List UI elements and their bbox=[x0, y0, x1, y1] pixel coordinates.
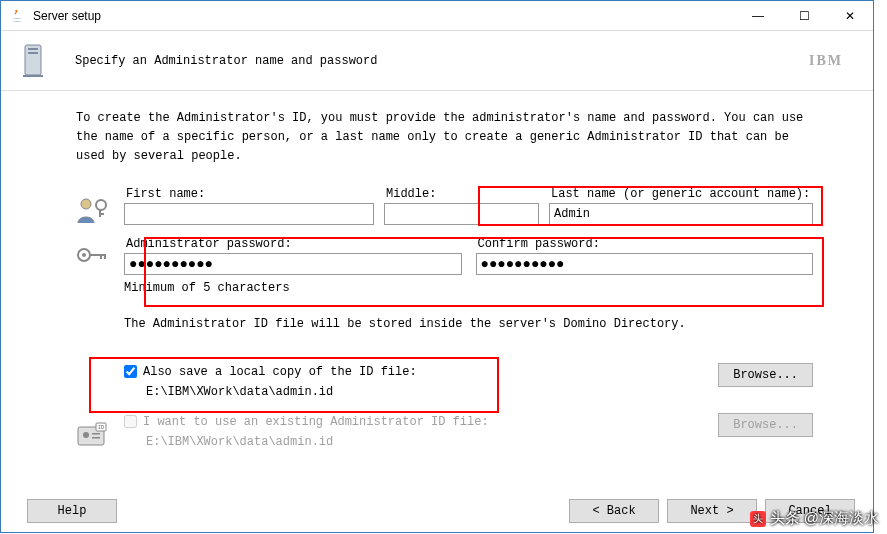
first-name-label: First name: bbox=[124, 187, 374, 201]
svg-rect-10 bbox=[90, 254, 106, 256]
save-local-label: Also save a local copy of the ID file: bbox=[143, 365, 417, 379]
svg-rect-11 bbox=[100, 254, 102, 259]
password-label: Administrator password: bbox=[124, 237, 462, 251]
svg-rect-1 bbox=[28, 48, 38, 50]
save-local-path: E:\IBM\XWork\data\admin.id bbox=[146, 385, 718, 399]
help-button[interactable]: Help bbox=[27, 499, 117, 523]
ibm-logo: IBM bbox=[809, 53, 843, 69]
middle-input[interactable] bbox=[384, 203, 539, 225]
middle-label: Middle: bbox=[384, 187, 539, 201]
svg-point-4 bbox=[81, 199, 91, 209]
server-tower-icon bbox=[21, 43, 45, 79]
maximize-button[interactable]: ☐ bbox=[781, 1, 827, 31]
browse-existing-button: Browse... bbox=[718, 413, 813, 437]
key-icon bbox=[76, 245, 110, 275]
close-button[interactable]: ✕ bbox=[827, 1, 873, 31]
next-button[interactable]: Next > bbox=[667, 499, 757, 523]
watermark: 头 头条 @深海淡水 bbox=[750, 509, 879, 528]
existing-id-checkbox bbox=[124, 415, 137, 428]
svg-rect-12 bbox=[104, 254, 106, 259]
java-icon bbox=[9, 8, 25, 24]
svg-point-9 bbox=[82, 253, 86, 257]
svg-rect-3 bbox=[23, 75, 43, 77]
toutiao-icon: 头 bbox=[750, 511, 766, 527]
storage-info: The Administrator ID file will be stored… bbox=[124, 317, 686, 331]
id-card-icon: ID bbox=[76, 421, 110, 451]
confirm-password-label: Confirm password: bbox=[476, 237, 814, 251]
person-key-icon bbox=[76, 195, 110, 225]
svg-rect-7 bbox=[101, 213, 104, 215]
save-local-checkbox[interactable] bbox=[124, 365, 137, 378]
back-button[interactable]: < Back bbox=[569, 499, 659, 523]
confirm-password-input[interactable] bbox=[476, 253, 814, 275]
wizard-header: Specify an Administrator name and passwo… bbox=[1, 31, 873, 91]
svg-rect-2 bbox=[28, 52, 38, 54]
wizard-footer: Help < Back Next > Cancel bbox=[1, 488, 873, 532]
svg-rect-6 bbox=[99, 209, 101, 217]
titlebar: Server setup — ☐ ✕ bbox=[1, 1, 873, 31]
page-subtitle: Specify an Administrator name and passwo… bbox=[75, 54, 809, 68]
svg-text:ID: ID bbox=[98, 425, 104, 431]
svg-rect-18 bbox=[92, 437, 100, 439]
browse-button[interactable]: Browse... bbox=[718, 363, 813, 387]
minimize-button[interactable]: — bbox=[735, 1, 781, 31]
last-name-input[interactable] bbox=[549, 203, 813, 225]
svg-rect-17 bbox=[92, 433, 100, 435]
window-title: Server setup bbox=[33, 9, 735, 23]
first-name-input[interactable] bbox=[124, 203, 374, 225]
last-name-label: Last name (or generic account name): bbox=[549, 187, 813, 201]
existing-id-label: I want to use an existing Administrator … bbox=[143, 415, 489, 429]
password-input[interactable] bbox=[124, 253, 462, 275]
password-hint: Minimum of 5 characters bbox=[124, 281, 813, 295]
svg-point-16 bbox=[83, 432, 89, 438]
existing-id-path: E:\IBM\XWork\data\admin.id bbox=[146, 435, 718, 449]
svg-point-5 bbox=[96, 200, 106, 210]
intro-text: To create the Administrator's ID, you mu… bbox=[76, 109, 813, 167]
